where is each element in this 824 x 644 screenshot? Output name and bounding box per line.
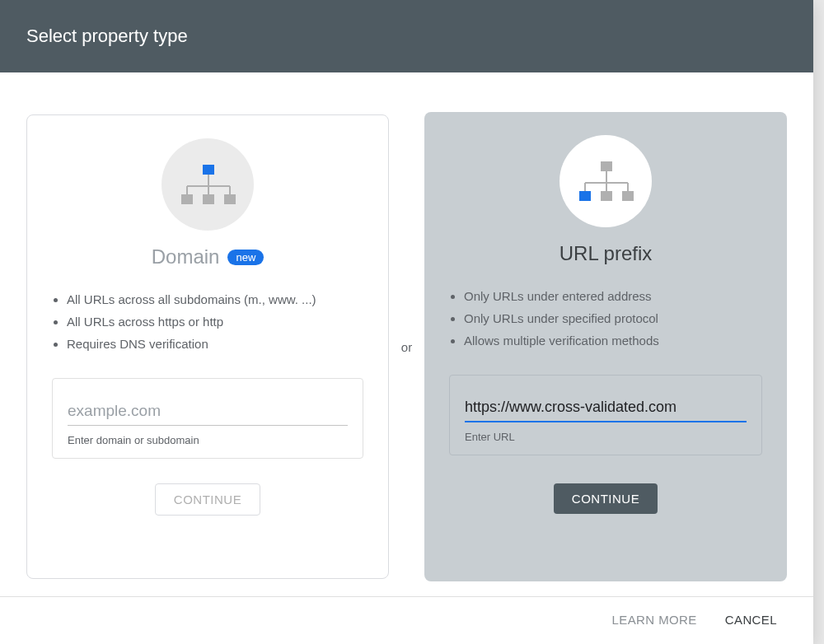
- cancel-button[interactable]: CANCEL: [725, 613, 777, 627]
- domain-card[interactable]: Domain new All URLs across all subdomain…: [26, 114, 389, 579]
- svg-rect-6: [181, 194, 193, 204]
- sitemap-icon: [577, 160, 634, 203]
- url-input[interactable]: [465, 394, 747, 422]
- list-item: Requires DNS verification: [67, 333, 363, 355]
- list-item: Only URLs under specified protocol: [464, 307, 762, 329]
- url-prefix-card[interactable]: URL prefix Only URLs under entered addre…: [424, 112, 787, 581]
- domain-bullet-list: All URLs across all subdomains (m., www.…: [52, 288, 363, 355]
- url-title-row: URL prefix: [559, 242, 652, 265]
- dialog-title: Select property type: [26, 26, 188, 47]
- url-input-wrap: Enter URL: [449, 375, 762, 455]
- sitemap-icon: [179, 163, 236, 206]
- svg-rect-8: [224, 194, 236, 204]
- svg-rect-17: [622, 191, 634, 201]
- domain-title-row: Domain new: [152, 245, 265, 268]
- svg-rect-0: [203, 165, 214, 175]
- list-item: Only URLs under entered address: [464, 285, 762, 307]
- url-continue-button[interactable]: CONTINUE: [554, 483, 658, 514]
- svg-rect-15: [579, 191, 591, 201]
- svg-rect-16: [601, 191, 612, 201]
- dialog-body: Domain new All URLs across all subdomain…: [0, 72, 813, 596]
- url-card-title: URL prefix: [559, 242, 652, 265]
- list-item: All URLs across https or http: [67, 310, 363, 333]
- url-illustration: [559, 135, 652, 227]
- dialog-footer: LEARN MORE CANCEL: [0, 596, 813, 642]
- or-divider: or: [389, 340, 424, 354]
- divider-label: or: [401, 340, 412, 354]
- learn-more-button[interactable]: LEARN MORE: [612, 613, 697, 627]
- domain-input-wrap: Enter domain or subdomain: [52, 378, 363, 459]
- list-item: Allows multiple verification methods: [464, 329, 762, 352]
- domain-input[interactable]: [68, 397, 348, 426]
- domain-input-helper: Enter domain or subdomain: [68, 434, 348, 446]
- url-bullet-list: Only URLs under entered address Only URL…: [449, 285, 762, 352]
- domain-illustration: [162, 138, 254, 231]
- list-item: All URLs across all subdomains (m., www.…: [67, 288, 363, 310]
- url-input-helper: Enter URL: [465, 431, 747, 443]
- new-badge: new: [227, 250, 264, 265]
- domain-continue-button[interactable]: CONTINUE: [155, 483, 260, 516]
- property-type-dialog: Select property type Domain: [0, 0, 813, 644]
- svg-rect-9: [601, 161, 612, 171]
- svg-rect-7: [203, 194, 214, 204]
- domain-card-title: Domain: [152, 245, 220, 268]
- dialog-header: Select property type: [0, 0, 813, 72]
